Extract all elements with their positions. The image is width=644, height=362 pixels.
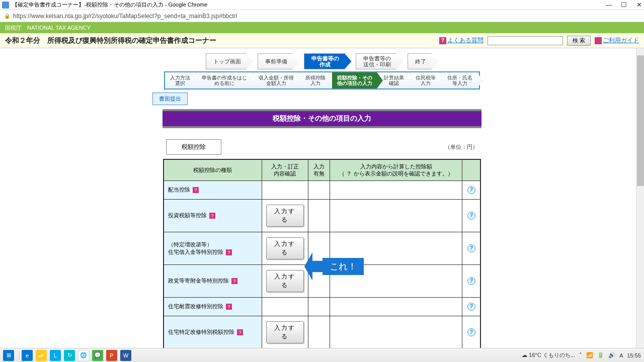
question-icon[interactable]: ?: [467, 277, 475, 285]
guide-link[interactable]: ご利用ガイド: [595, 36, 639, 45]
table-row: 住宅耐震改修特別控除 ? ?: [164, 297, 480, 316]
subnav-deduct[interactable]: 所得控除 入力: [300, 72, 336, 88]
line-icon[interactable]: 💬: [92, 350, 103, 361]
agency-banner: 国税庁 NATIONAL TAX AGENCY: [0, 22, 644, 33]
subnav-before[interactable]: 申告書の作成をはじ める前に: [197, 72, 258, 88]
deduction-tab: 税額控除: [166, 139, 221, 155]
unit-label: （単位：円）: [445, 143, 478, 151]
nav-prep[interactable]: 事前準備: [258, 53, 300, 69]
scroll-thumb[interactable]: [637, 55, 644, 186]
ime-indicator[interactable]: A: [619, 352, 623, 358]
row-label: 住宅耐震改修特別控除 ?: [164, 297, 262, 316]
explorer-icon[interactable]: 📁: [36, 350, 47, 361]
question-icon[interactable]: ?: [467, 328, 475, 336]
help-pink-icon[interactable]: ?: [226, 249, 232, 255]
url-text: https://www.keisan.nta.go.jp/r2/syotoku/…: [13, 13, 237, 20]
row-help-cell: ?: [462, 180, 480, 199]
tray-chevron-icon[interactable]: ˄: [579, 352, 582, 358]
scrollbar[interactable]: [636, 48, 644, 348]
row-label: （特定増改築等）住宅借入金等特別控除 ?: [164, 232, 262, 264]
volume-icon[interactable]: 🔊: [608, 352, 615, 358]
start-button[interactable]: ⊞: [3, 350, 14, 361]
word-icon[interactable]: W: [120, 350, 131, 361]
row-calc-cell: [330, 180, 462, 199]
row-calc-cell: [330, 297, 462, 316]
subnav-address[interactable]: 住所・氏名 等入力: [442, 72, 483, 88]
question-icon[interactable]: ?: [467, 303, 475, 311]
row-help-cell: ?: [462, 297, 480, 316]
app-icon-1[interactable]: L: [50, 350, 61, 361]
help-pink-icon[interactable]: ?: [209, 213, 215, 219]
row-status-cell: [308, 180, 330, 199]
table-row: 配当控除 ? ?: [164, 180, 480, 199]
clock[interactable]: 15:55: [627, 352, 641, 358]
weather-widget[interactable]: ☁ 16°C くもりのち...: [522, 351, 575, 359]
question-icon[interactable]: ?: [467, 212, 475, 220]
subnav-taxcredit[interactable]: 税額控除・その 他の項目の入力: [332, 72, 383, 88]
page-header: 令和２年分 所得税及び復興特別所得税の確定申告書作成コーナー ? よくある質問 …: [0, 33, 644, 48]
subnav-resident[interactable]: 住民税等 入力: [411, 72, 446, 88]
help-pink-icon[interactable]: ?: [231, 278, 237, 284]
table-row: 住宅特定改修特別税額控除 ? 入力する ?: [164, 316, 480, 348]
callout-arrow: これ！: [304, 252, 364, 281]
main-nav: トップ画面 事前準備 申告書等の 作成 申告書等の 送信・印刷 終了: [206, 53, 439, 69]
battery-icon[interactable]: 🔋: [597, 352, 604, 358]
help-pink-icon[interactable]: ?: [193, 187, 199, 193]
subnav-result[interactable]: 計算結果 確認: [379, 72, 415, 88]
row-input-cell: 入力する: [262, 232, 308, 264]
row-help-cell: ?: [462, 232, 480, 264]
content-area: 100% トップ画面 事前準備 申告書等の 作成 申告書等の 送信・印刷 終了 …: [0, 48, 644, 348]
url-bar[interactable]: 🔒 https://www.keisan.nta.go.jp/r2/syotok…: [0, 10, 644, 22]
faq-link[interactable]: ? よくある質問: [439, 36, 484, 45]
powerpoint-icon[interactable]: P: [106, 350, 117, 361]
nav-top[interactable]: トップ画面: [206, 53, 254, 69]
input-button[interactable]: 入力する: [266, 321, 304, 343]
sub-nav: 入力方法 選択 申告書の作成をはじ める前に 収入金額・所得 金額入力 所得控除…: [164, 71, 480, 89]
help-icon: ?: [439, 37, 446, 44]
row-label: 投資税額等控除 ?: [164, 199, 262, 232]
lock-icon: 🔒: [4, 13, 10, 19]
paper-submit-tab[interactable]: 書面提出: [152, 93, 188, 105]
page-title: 令和２年分 所得税及び復興特別所得税の確定申告書作成コーナー: [5, 36, 439, 45]
app-icon-2[interactable]: ↻: [64, 350, 75, 361]
row-input-cell: 入力する: [262, 316, 308, 348]
system-tray: ☁ 16°C くもりのち... ˄ 📶 🔋 🔊 A 15:55: [522, 351, 641, 359]
wifi-icon[interactable]: 📶: [586, 352, 593, 358]
search-input[interactable]: [488, 36, 563, 45]
taskbar: ⊞ e 📁 L ↻ 🌐 💬 P W ☁ 16°C くもりのち... ˄ 📶 🔋 …: [0, 348, 644, 362]
help-pink-icon[interactable]: ?: [226, 304, 232, 310]
maximize-button[interactable]: ☐: [621, 2, 627, 8]
nav-end[interactable]: 終了: [408, 53, 439, 69]
window-titlebar: 【確定申告書作成コーナー】-税額控除・その他の項目の入力 - Google Ch…: [0, 0, 644, 10]
minimize-button[interactable]: —: [606, 2, 612, 8]
th-status: 入力 有無: [308, 159, 330, 180]
help-pink-icon[interactable]: ?: [237, 329, 243, 335]
table-row: 投資税額等控除 ? 入力する ?: [164, 199, 480, 232]
th-calc: 入力内容から計算した控除額 （ ？ から表示金額の説明を確認できます。）: [330, 159, 462, 180]
subnav-method[interactable]: 入力方法 選択: [165, 72, 201, 88]
nav-create[interactable]: 申告書等の 作成: [304, 53, 352, 69]
edge-icon[interactable]: e: [22, 350, 33, 361]
row-label: 政党等寄附金等特別控除 ?: [164, 264, 262, 297]
input-button[interactable]: 入力する: [266, 237, 304, 259]
nav-send[interactable]: 申告書等の 送信・印刷: [356, 53, 404, 69]
row-calc-cell: [330, 316, 462, 348]
row-help-cell: ?: [462, 264, 480, 297]
section-banner: 税額控除・その他の項目の入力: [163, 109, 481, 128]
submit-tab-row: 書面提出: [152, 93, 492, 105]
window-title: 【確定申告書作成コーナー】-税額控除・その他の項目の入力 - Google Ch…: [12, 1, 606, 9]
input-button[interactable]: 入力する: [266, 205, 304, 227]
question-icon[interactable]: ?: [467, 186, 475, 194]
search-button[interactable]: 検 索: [567, 36, 591, 46]
row-input-cell: [262, 297, 308, 316]
row-status-cell: [308, 199, 330, 232]
input-button[interactable]: 入力する: [266, 270, 304, 292]
row-help-cell: ?: [462, 199, 480, 232]
subnav-income[interactable]: 収入金額・所得 金額入力: [254, 72, 304, 88]
row-input-cell: [262, 180, 308, 199]
chrome-taskbar-icon[interactable]: 🌐: [78, 350, 89, 361]
deduction-header: 税額控除 （単位：円）: [166, 139, 478, 155]
question-icon[interactable]: ?: [467, 244, 475, 252]
th-help: [462, 159, 480, 180]
close-button[interactable]: ✕: [636, 2, 642, 8]
